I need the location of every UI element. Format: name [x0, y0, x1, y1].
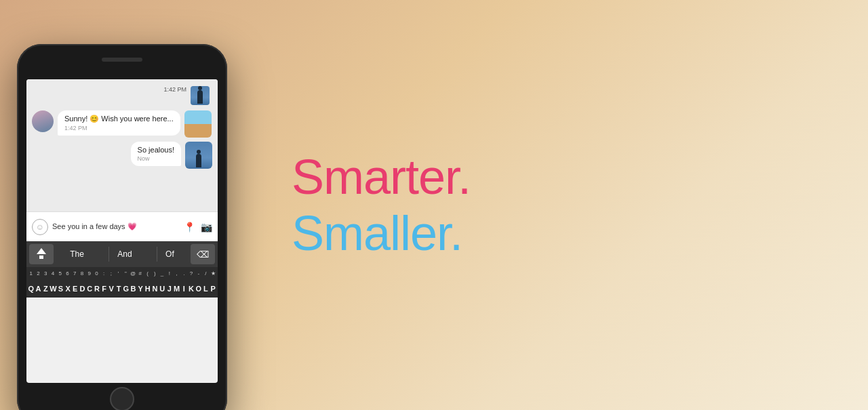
- message-input[interactable]: See you in a few days 💗: [52, 222, 180, 231]
- key-N[interactable]: N: [152, 281, 159, 296]
- key-7[interactable]: 7: [71, 268, 78, 279]
- key-question[interactable]: ?: [188, 268, 195, 279]
- key-X[interactable]: X: [64, 281, 71, 296]
- tagline-smaller: Smaller.: [292, 205, 827, 262]
- input-text: See you in a few days 💗: [52, 222, 137, 230]
- key-P[interactable]: P: [210, 281, 216, 296]
- key-dash[interactable]: -: [195, 268, 202, 279]
- suggestion-of[interactable]: Of: [157, 247, 182, 262]
- key-D[interactable]: D: [79, 281, 86, 296]
- key-3[interactable]: 3: [42, 268, 49, 279]
- key-W[interactable]: W: [50, 281, 56, 296]
- phone-home-button[interactable]: [110, 387, 134, 410]
- phone-speaker: [102, 58, 142, 62]
- key-T[interactable]: T: [115, 281, 122, 296]
- key-S[interactable]: S: [58, 281, 64, 296]
- message-photo-beach: [184, 110, 212, 138]
- key-L[interactable]: L: [203, 281, 210, 296]
- key-at[interactable]: @: [130, 268, 136, 279]
- message-right: So jealous! Now: [32, 142, 212, 169]
- key-2[interactable]: 2: [35, 268, 42, 279]
- key-star[interactable]: ★: [210, 268, 216, 279]
- key-colon[interactable]: :: [100, 268, 107, 279]
- phone-screen: 1:42 PM Sunny! 😊 Wish you were here...: [26, 79, 218, 383]
- shift-stem: [39, 255, 43, 259]
- shift-button[interactable]: [29, 244, 54, 264]
- keyboard-area: The And Of ⌫ 1 2 3 4 5 6 7: [26, 241, 218, 298]
- key-0[interactable]: 0: [94, 268, 100, 279]
- key-A[interactable]: A: [35, 281, 42, 296]
- location-icon[interactable]: 📍: [184, 222, 195, 232]
- bubble-left: Sunny! 😊 Wish you were here... 1:42 PM: [58, 110, 180, 136]
- backspace-button[interactable]: ⌫: [191, 244, 215, 264]
- tagline-smarter: Smarter.: [292, 149, 827, 205]
- phone-body: 1:42 PM Sunny! 😊 Wish you were here...: [17, 44, 227, 410]
- smiley-icon: ☺: [36, 222, 44, 232]
- key-slash[interactable]: /: [203, 268, 210, 279]
- avatar: [32, 110, 54, 132]
- key-6[interactable]: 6: [64, 268, 71, 279]
- key-period[interactable]: .: [180, 268, 187, 279]
- phone-container: 1:42 PM Sunny! 😊 Wish you were here...: [0, 0, 264, 410]
- key-quote[interactable]: ': [115, 268, 122, 279]
- key-1[interactable]: 1: [28, 268, 35, 279]
- suggestion-and[interactable]: And: [108, 247, 140, 262]
- key-semicolon[interactable]: ;: [108, 268, 115, 279]
- key-underscore[interactable]: _: [159, 268, 165, 279]
- key-V[interactable]: V: [108, 281, 115, 296]
- key-F[interactable]: F: [101, 281, 108, 296]
- key-B[interactable]: B: [130, 281, 137, 296]
- key-O[interactable]: O: [195, 281, 202, 296]
- camera-icon[interactable]: 📷: [201, 222, 212, 232]
- key-cparen[interactable]: ): [151, 268, 158, 279]
- chat-area: 1:42 PM Sunny! 😊 Wish you were here...: [26, 79, 218, 211]
- key-H[interactable]: H: [144, 281, 151, 296]
- key-Z[interactable]: Z: [42, 281, 49, 296]
- key-exclaim[interactable]: !: [166, 268, 173, 279]
- key-M[interactable]: M: [174, 281, 180, 296]
- message-photo-silhouette: [185, 142, 212, 169]
- key-R[interactable]: R: [94, 281, 100, 296]
- message-text: So jealous!: [138, 146, 174, 154]
- bubble-right: So jealous! Now: [131, 142, 181, 166]
- backspace-icon: ⌫: [197, 249, 209, 260]
- message-time: Now: [138, 155, 174, 162]
- key-G[interactable]: G: [123, 281, 130, 296]
- message-left: Sunny! 😊 Wish you were here... 1:42 PM: [32, 110, 212, 138]
- suggestions-list: The And Of: [54, 247, 191, 262]
- key-9[interactable]: 9: [86, 268, 93, 279]
- key-dquote[interactable]: ": [123, 268, 130, 279]
- tagline-section: Smarter. Smaller.: [264, 149, 868, 262]
- message-text: Sunny! 😊 Wish you were here...: [64, 115, 174, 123]
- key-4[interactable]: 4: [50, 268, 56, 279]
- key-hash[interactable]: #: [137, 268, 144, 279]
- input-icons: 📍 📷: [184, 222, 212, 232]
- input-area: ☺ See you in a few days 💗 📍 📷: [26, 211, 218, 241]
- key-8[interactable]: 8: [79, 268, 85, 279]
- key-I[interactable]: I: [180, 281, 187, 296]
- key-U[interactable]: U: [159, 281, 165, 296]
- shift-icon: [37, 248, 46, 254]
- emoji-button[interactable]: ☺: [32, 219, 48, 235]
- key-Y[interactable]: Y: [137, 281, 144, 296]
- key-oparen[interactable]: (: [144, 268, 151, 279]
- key-comma[interactable]: ,: [174, 268, 180, 279]
- letter-row-1: Q A Z W S X E D C R F V T G B Y H: [26, 280, 218, 298]
- key-J[interactable]: J: [166, 281, 173, 296]
- status-bar: 1:42 PM: [32, 85, 212, 106]
- status-time: 1:42 PM: [163, 86, 186, 105]
- number-row: 1 2 3 4 5 6 7 8 9 0 : ; ' " @ # (: [26, 267, 218, 280]
- key-C[interactable]: C: [86, 281, 93, 296]
- key-E[interactable]: E: [72, 281, 79, 296]
- suggestion-the[interactable]: The: [62, 247, 92, 262]
- key-5[interactable]: 5: [57, 268, 64, 279]
- key-Q[interactable]: Q: [28, 281, 35, 296]
- suggestions-bar: The And Of ⌫: [26, 241, 218, 267]
- message-time: 1:42 PM: [64, 125, 174, 131]
- key-K[interactable]: K: [188, 281, 195, 296]
